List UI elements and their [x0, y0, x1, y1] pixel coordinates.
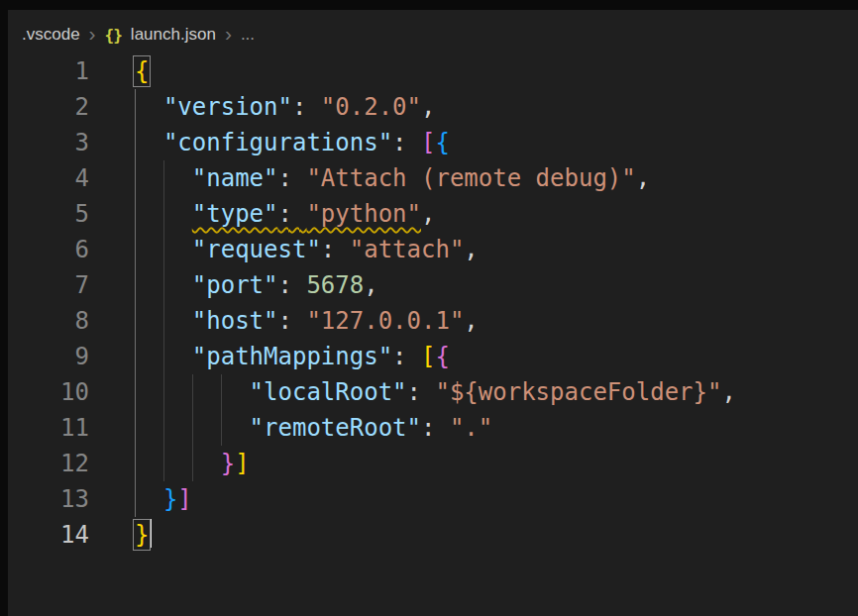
- code-line[interactable]: 10 "localRoot": "${workspaceFolder}",: [8, 374, 858, 410]
- code-line[interactable]: 14}: [8, 517, 858, 553]
- code-line[interactable]: 11 "remoteRoot": ".": [8, 410, 858, 446]
- breadcrumb-symbols[interactable]: ...: [241, 25, 255, 45]
- breadcrumb: .vscode › {} launch.json › ...: [8, 10, 858, 53]
- json-file-icon: {}: [105, 26, 122, 45]
- code-token: :: [407, 378, 436, 406]
- code-token: :: [421, 414, 450, 442]
- code-token: ,: [464, 307, 478, 335]
- line-content: "name": "Attach (remote debug)",: [135, 160, 650, 196]
- code-line[interactable]: 7 "port": 5678,: [8, 267, 858, 303]
- chevron-right-icon: ›: [225, 23, 232, 44]
- code-line[interactable]: 6 "request": "attach",: [8, 232, 858, 267]
- indent-guide: [163, 410, 164, 446]
- code-token: "pathMappings": [192, 343, 392, 370]
- line-number[interactable]: 7: [8, 267, 89, 303]
- line-number[interactable]: 3: [8, 125, 89, 160]
- line-content: "localRoot": "${workspaceFolder}",: [135, 374, 736, 410]
- line-number[interactable]: 6: [8, 232, 89, 267]
- code-token: "remoteRoot": [250, 414, 421, 442]
- line-number[interactable]: 11: [8, 410, 89, 446]
- line-content: "remoteRoot": ".": [135, 410, 492, 446]
- indent-guide: [192, 446, 193, 481]
- line-content: "configurations": [{: [135, 125, 450, 160]
- code-line[interactable]: 1{: [8, 53, 858, 89]
- indent-guide: [135, 374, 136, 410]
- code-token: [135, 93, 163, 121]
- code-token: :: [321, 236, 350, 263]
- code-token: "request": [192, 236, 321, 263]
- line-content: "pathMappings": [{: [135, 339, 450, 374]
- code-token: 5678: [306, 271, 364, 299]
- line-number[interactable]: 13: [8, 481, 89, 517]
- line-content: }: [135, 517, 152, 553]
- line-number[interactable]: 9: [8, 339, 89, 374]
- code-line[interactable]: 2 "version": "0.2.0",: [8, 89, 858, 125]
- code-token: :: [278, 271, 307, 299]
- code-line[interactable]: 13 }]: [8, 481, 858, 517]
- code-token: [135, 450, 221, 477]
- code-token: :: [278, 164, 307, 192]
- code-token: "attach": [350, 236, 465, 263]
- indent-guide: [135, 89, 136, 125]
- code-token: "type": [192, 200, 278, 228]
- indent-guide: [135, 232, 136, 267]
- code-token: ,: [721, 378, 735, 406]
- line-content: {: [135, 53, 149, 89]
- breadcrumb-file[interactable]: launch.json: [131, 25, 216, 45]
- indent-guide: [135, 267, 136, 303]
- line-number[interactable]: 5: [8, 196, 89, 232]
- code-token: "configurations": [163, 129, 392, 156]
- code-token: :: [392, 343, 421, 370]
- code-token: {: [435, 343, 449, 370]
- indent-guide: [163, 374, 164, 410]
- code-lines[interactable]: 1{2 "version": "0.2.0",3 "configurations…: [8, 53, 858, 553]
- indent-guide: [163, 267, 164, 303]
- code-token: ,: [636, 164, 650, 192]
- matched-bracket: }: [135, 521, 149, 549]
- code-line[interactable]: 9 "pathMappings": [{: [8, 339, 858, 374]
- line-number[interactable]: 8: [8, 303, 89, 339]
- code-token: :: [278, 307, 307, 335]
- line-number[interactable]: 14: [8, 517, 89, 553]
- code-token: ]: [177, 485, 191, 513]
- matched-bracket: {: [135, 57, 149, 85]
- code-token: "name": [192, 164, 278, 192]
- indent-guide: [135, 303, 136, 339]
- code-token: :: [392, 129, 421, 156]
- code-line[interactable]: 4 "name": "Attach (remote debug)",: [8, 160, 858, 196]
- code-token: [: [421, 343, 435, 370]
- code-line[interactable]: 8 "host": "127.0.0.1",: [8, 303, 858, 339]
- code-line[interactable]: 3 "configurations": [{: [8, 125, 858, 160]
- editor-pane: .vscode › {} launch.json › ... 1{2 "vers…: [8, 10, 858, 616]
- breadcrumb-folder[interactable]: .vscode: [22, 25, 80, 45]
- line-content: "request": "attach",: [135, 232, 479, 267]
- code-token: "${workspaceFolder}": [435, 378, 721, 406]
- indent-guide: [192, 410, 193, 446]
- code-token: :: [278, 200, 307, 228]
- indent-guide: [163, 232, 164, 267]
- code-token: "port": [192, 271, 278, 299]
- text-cursor: [150, 519, 152, 548]
- code-token: "Attach (remote debug)": [306, 164, 635, 192]
- indent-guide: [135, 339, 136, 374]
- indent-guide: [221, 410, 222, 446]
- line-number[interactable]: 12: [8, 446, 89, 481]
- code-token: "0.2.0": [321, 93, 421, 121]
- indent-guide: [135, 446, 136, 481]
- line-number[interactable]: 10: [8, 374, 89, 410]
- line-number[interactable]: 1: [8, 53, 89, 89]
- code-line[interactable]: 12 }]: [8, 446, 858, 481]
- code-token: ]: [235, 450, 249, 477]
- line-content: }]: [135, 481, 192, 517]
- indent-guide: [135, 410, 136, 446]
- indent-guide: [163, 446, 164, 481]
- indent-guide: [163, 303, 164, 339]
- indent-guide: [163, 339, 164, 374]
- indent-guide: [135, 196, 136, 232]
- line-number[interactable]: 4: [8, 160, 89, 196]
- code-token: "version": [163, 93, 292, 121]
- code-token: ,: [421, 93, 435, 121]
- code-token: :: [292, 93, 321, 121]
- code-line[interactable]: 5 "type": "python",: [8, 196, 858, 232]
- line-number[interactable]: 2: [8, 89, 89, 125]
